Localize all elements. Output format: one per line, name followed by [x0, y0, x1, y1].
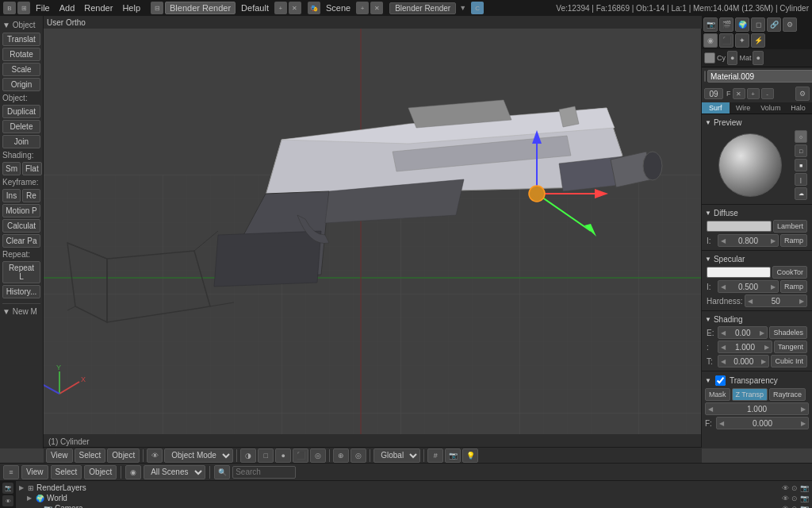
specular-ramp-btn[interactable]: Ramp [780, 280, 807, 293]
join-btn[interactable]: Join [2, 135, 40, 148]
hard-right-arrow[interactable]: ▶ [799, 298, 804, 305]
trans-right-arrow[interactable]: ▶ [761, 358, 766, 365]
viewport-solid-icon[interactable]: ● [275, 448, 291, 463]
search-input[interactable] [232, 466, 296, 479]
cycles-btn[interactable]: ● [727, 51, 737, 65]
preview-cube-btn[interactable]: ■ [795, 159, 807, 171]
view-menu-btn[interactable]: View [46, 448, 73, 463]
mat-delete-btn[interactable]: - [761, 88, 774, 99]
preview-flat-btn[interactable]: □ [795, 144, 807, 157]
flat-btn[interactable]: Flat [22, 162, 42, 175]
tab-surface[interactable]: Surf [702, 102, 730, 114]
repeat-last-btn[interactable]: Repeat L [2, 261, 40, 283]
preview-hair-btn[interactable]: | [795, 173, 807, 186]
specular-shader-btn[interactable]: CookTor [772, 266, 807, 279]
material-name-input[interactable] [707, 70, 812, 83]
tab-wire[interactable]: Wire [730, 102, 757, 114]
layout-name[interactable]: Blender Render [165, 2, 236, 14]
ambient-field[interactable]: ◀ 1.000 ▶ [718, 341, 772, 353]
preview-sphere-btn[interactable]: ○ [795, 130, 807, 143]
insert-keyframe-btn[interactable]: Ins [2, 189, 21, 202]
origin-btn[interactable]: Origin [2, 78, 40, 91]
transparency-toggle[interactable] [715, 375, 726, 386]
specular-header[interactable]: ▼ Specular [705, 253, 809, 265]
mode-select[interactable]: Object Mode [164, 448, 233, 463]
select-menu-btn[interactable]: Select [75, 448, 106, 463]
pivot-select[interactable]: Global [373, 448, 420, 463]
texture-props-icon[interactable]: ⬛ [719, 33, 733, 48]
shading-header[interactable]: ▼ Shading [705, 314, 809, 325]
scene-close-icon[interactable]: ✕ [370, 2, 383, 14]
render-menu[interactable]: Render [80, 2, 117, 13]
lamp-icon[interactable]: 💡 [462, 448, 478, 463]
particle-props-icon[interactable]: ✦ [735, 33, 749, 48]
preview-header[interactable]: ▼ Preview [705, 117, 809, 129]
render-layers-expand[interactable]: ▶ [19, 484, 25, 491]
diffuse-intensity-field[interactable]: ◀ 0.800 ▶ [718, 234, 779, 247]
world-eye[interactable]: 👁 [782, 495, 789, 502]
object-menu-btn[interactable]: Object [107, 448, 140, 463]
render-props-icon[interactable]: 📷 [703, 17, 718, 32]
diffuse-i-right-arrow[interactable]: ▶ [771, 237, 776, 244]
camera-cursor[interactable]: ⊙ [791, 505, 798, 509]
camera-eye[interactable]: 👁 [782, 505, 789, 509]
remove-keyframe-btn[interactable]: Re [22, 189, 40, 202]
select-btn[interactable]: Select [51, 465, 82, 479]
view-btn[interactable]: View [21, 465, 48, 479]
viewport-shade-icon[interactable]: ◑ [240, 448, 256, 463]
layout-add-icon[interactable]: + [274, 2, 287, 14]
world-cursor[interactable]: ⊙ [791, 495, 798, 502]
mode-select-bottom[interactable]: All Scenes [144, 465, 205, 479]
specular-color-swatch[interactable] [707, 267, 771, 278]
viewport-texture-icon[interactable]: ⬛ [293, 448, 308, 463]
layout-close-icon[interactable]: ✕ [289, 2, 301, 14]
mat-fake-btn[interactable]: + [747, 88, 760, 99]
translucency-field[interactable]: ◀ 0.000 ▶ [718, 355, 769, 368]
transparency-header[interactable]: ▼ Transparency [705, 374, 809, 387]
material-props-icon[interactable]: ◉ [703, 33, 718, 48]
physics-props-icon[interactable]: ⚡ [751, 33, 765, 48]
amb-right-arrow[interactable]: ▶ [764, 344, 769, 351]
tab-volume[interactable]: Volum [757, 102, 785, 114]
diffuse-ramp-btn[interactable]: Ramp [780, 234, 807, 247]
spec-i-right-arrow[interactable]: ▶ [771, 283, 776, 291]
object-btn[interactable]: Object [84, 465, 117, 479]
specular-intensity-field[interactable]: ◀ 0.500 ▶ [718, 280, 779, 293]
clear-parent-btn[interactable]: Clear Pa [2, 234, 40, 248]
mat-settings-icon[interactable]: ⚙ [795, 87, 810, 101]
duplicate-btn[interactable]: Duplicat [2, 105, 40, 118]
fres-right-arrow[interactable]: ▶ [801, 420, 806, 427]
world-name[interactable]: World [47, 494, 779, 502]
smooth-btn[interactable]: Sm [2, 162, 21, 175]
motion-path-btn[interactable]: Motion P [2, 204, 40, 217]
help-menu[interactable]: Help [118, 2, 144, 13]
rotate-btn[interactable]: Rotate [2, 48, 40, 61]
snap-icon[interactable]: ⊕ [333, 448, 349, 463]
diffuse-shader-btn[interactable]: Lambert [773, 220, 807, 233]
camera-icon[interactable]: 📷 [445, 448, 461, 463]
file-menu[interactable]: File [32, 2, 54, 13]
render-layers-eye[interactable]: 👁 [782, 484, 789, 492]
diffuse-header[interactable]: ▼ Diffuse [705, 207, 809, 219]
raytrace-btn[interactable]: Raytrace [769, 388, 806, 401]
viewport-wire-icon[interactable]: □ [258, 448, 274, 463]
grid-toggle-icon[interactable]: # [427, 448, 443, 463]
render-layers-cursor[interactable]: ⊙ [791, 484, 798, 492]
search-icon[interactable]: 🔍 [214, 465, 230, 479]
hardness-field[interactable]: ◀ 50 ▶ [745, 294, 807, 307]
tab-halo[interactable]: Halo [784, 102, 812, 114]
scene-add-icon[interactable]: + [356, 2, 369, 14]
cubic-int-btn[interactable]: Cubic Int [771, 355, 807, 368]
world-render[interactable]: 📷 [800, 495, 809, 502]
emit-right-arrow[interactable]: ▶ [760, 329, 764, 337]
emit-field[interactable]: ◀ 0.00 ▶ [718, 326, 768, 339]
camera-render[interactable]: 📷 [800, 505, 809, 509]
add-menu[interactable]: Add [56, 2, 79, 13]
calculate-btn[interactable]: Calculat [2, 219, 40, 233]
scene-props-icon[interactable]: 🎬 [719, 17, 733, 32]
shadeless-btn[interactable]: Shadeles [769, 326, 807, 339]
alpha-right-arrow[interactable]: ▶ [801, 406, 806, 413]
preview-sky-btn[interactable]: ☁ [795, 187, 807, 200]
tangent-btn[interactable]: Tangent [774, 341, 807, 353]
render-layers-render[interactable]: 📷 [800, 484, 809, 492]
